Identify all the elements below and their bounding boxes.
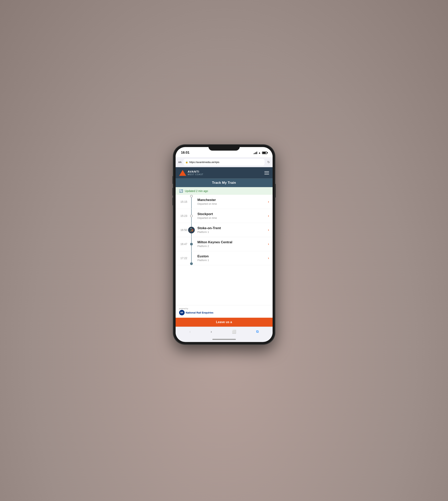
feedback-label: Leave us a: [216, 320, 232, 324]
url-text: https://avantimedia.uk/#pis: [189, 161, 219, 164]
browser-chrome: AA 🔒 https://avantimedia.uk/#pis ↻: [176, 157, 272, 167]
national-rail-badge: powered by NR National Rail Enquiries: [179, 308, 269, 315]
stop-info: Stockport Departed on time: [195, 209, 268, 222]
stop-line: 🚂: [187, 223, 195, 237]
stop-line: [187, 209, 195, 223]
national-rail-logo: NR National Rail Enquiries: [179, 310, 213, 315]
stop-line: [187, 195, 195, 209]
home-indicator: [176, 336, 272, 342]
home-bar: [212, 339, 236, 340]
reload-icon[interactable]: ↻: [267, 160, 270, 164]
stop-name: Stockport: [197, 212, 266, 216]
browser-url-bar[interactable]: 🔒 https://avantimedia.uk/#pis: [183, 159, 265, 165]
notch: [208, 145, 240, 150]
browser-top-bar: AA 🔒 https://avantimedia.uk/#pis ↻: [176, 157, 272, 167]
stops-list: 15:15 Manchester Departed on time ›: [176, 195, 272, 305]
browser-forward-button[interactable]: ›: [211, 329, 212, 334]
brand-name: AVANTI: [188, 170, 204, 174]
page-title-bar: Track My Train: [176, 179, 272, 187]
hamburger-menu[interactable]: [264, 171, 269, 174]
footer: powered by NR National Rail Enquiries: [176, 305, 272, 318]
stop-item[interactable]: 15:23 Stockport Departed on time ›: [176, 209, 272, 223]
stop-name: Stoke-on-Trent: [197, 226, 266, 230]
stop-line: [187, 237, 195, 251]
browser-tabs-icon[interactable]: ⧉: [256, 330, 259, 334]
chevron-right-icon: ›: [268, 214, 269, 218]
update-banner: 🔄 Updated 2 min ago: [176, 187, 272, 195]
stop-status: Departed on time: [197, 202, 266, 205]
stop-info: Manchester Departed on time: [195, 195, 268, 208]
stop-info: Euston Platform 1: [195, 252, 268, 264]
lock-icon: 🔒: [185, 161, 188, 163]
browser-bottom-bar: ‹ › ⬜ ⧉: [176, 327, 272, 336]
stop-dot: [190, 262, 193, 265]
stop-time: 16:50: [179, 228, 187, 232]
chevron-right-icon: ›: [268, 256, 269, 260]
status-time: 16:01: [181, 151, 190, 155]
phone-screen: 16:01 ▲: [176, 147, 272, 342]
train-icon: 🚂: [190, 228, 193, 232]
stop-dot: [190, 243, 193, 245]
browser-share-icon[interactable]: ⬜: [232, 330, 236, 334]
avanti-text: AVANTI WEST COAST: [188, 170, 204, 176]
browser-back-button[interactable]: ‹: [189, 329, 191, 334]
chevron-right-icon: ›: [268, 200, 269, 203]
chevron-right-icon: ›: [268, 228, 269, 232]
train-position-dot: 🚂: [188, 227, 195, 233]
stop-item[interactable]: 16:50 🚂 Stoke-on-Trent Platform 1: [176, 223, 272, 237]
powered-by-text: powered by: [179, 308, 213, 310]
stop-item[interactable]: 16:47 Milton Keynes Central Platform 2 ›: [176, 237, 272, 251]
stop-status: Departed on time: [197, 217, 266, 219]
stop-time: 15:15: [179, 200, 187, 203]
feedback-button[interactable]: Leave us a: [176, 318, 272, 327]
page-title: Track My Train: [212, 181, 236, 184]
nr-logo-icon: NR: [179, 310, 185, 315]
stop-info: Milton Keynes Central Platform 2: [195, 238, 268, 250]
stop-dot: [190, 195, 193, 198]
stop-time: 16:47: [179, 242, 187, 246]
phone-wrapper: 16:01 ▲: [173, 145, 275, 344]
refresh-icon: 🔄: [179, 189, 183, 193]
avanti-logo: AVANTI WEST COAST: [179, 170, 204, 176]
stop-time: 15:23: [179, 214, 187, 217]
phone-frame: 16:01 ▲: [173, 145, 275, 344]
stop-name: Euston: [197, 254, 266, 258]
wifi-icon: ▲: [258, 151, 261, 154]
chevron-right-icon: ›: [268, 242, 269, 246]
brand-sub: WEST COAST: [188, 173, 204, 176]
browser-aa-label[interactable]: AA: [178, 161, 181, 164]
nr-name: National Rail Enquiries: [186, 311, 213, 314]
stop-time: 17:22: [179, 257, 187, 260]
stop-name: Milton Keynes Central: [197, 240, 266, 244]
stop-item[interactable]: 15:15 Manchester Departed on time ›: [176, 195, 272, 209]
stop-status: Platform 1: [197, 231, 266, 234]
stop-status: Platform 1: [197, 259, 266, 262]
stop-info: Stoke-on-Trent Platform 1: [195, 223, 268, 236]
stop-name: Manchester: [197, 198, 266, 202]
stop-status: Platform 2: [197, 245, 266, 248]
stop-line: [187, 251, 195, 265]
battery-icon: [262, 151, 267, 154]
status-icons: ▲: [254, 151, 267, 154]
signal-icon: [254, 151, 257, 154]
avanti-triangle-icon: [179, 170, 186, 176]
update-text: Updated 2 min ago: [185, 189, 208, 193]
scene: 16:01 ▲: [0, 0, 448, 501]
app-header: AVANTI WEST COAST: [176, 167, 272, 179]
stop-dot: [190, 215, 193, 217]
stop-item[interactable]: 17:22 Euston Platform 1 ›: [176, 251, 272, 265]
